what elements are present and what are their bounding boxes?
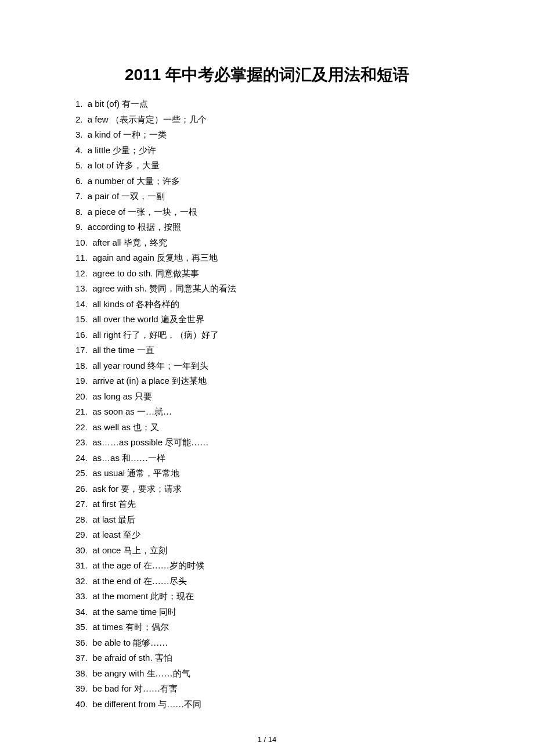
item-english: a kind of xyxy=(85,129,123,139)
item-chinese: 一张，一块，一根 xyxy=(128,207,197,217)
item-english: all right xyxy=(90,330,123,340)
list-item: 9. according to 根据，按照 xyxy=(75,219,459,235)
item-chinese: 能够…… xyxy=(133,638,168,647)
item-english: as soon as xyxy=(90,406,137,416)
list-item: 33. at the moment 此时；现在 xyxy=(75,589,459,604)
item-english: be different from xyxy=(90,699,158,709)
item-number: 23. xyxy=(75,437,88,447)
item-chinese: 一种；一类 xyxy=(123,130,167,139)
item-english: as usual xyxy=(90,468,127,478)
item-number: 37. xyxy=(75,653,88,663)
item-number: 34. xyxy=(75,607,88,617)
item-english: be bad for xyxy=(90,683,134,693)
list-item: 20. as long as 只要 xyxy=(75,389,459,405)
list-item: 31. at the age of 在……岁的时候 xyxy=(75,558,459,574)
item-chinese: 毕竟，终究 xyxy=(124,238,167,247)
item-english: agree with sh. xyxy=(90,283,149,293)
item-chinese: 遍及全世界 xyxy=(161,315,204,324)
item-chinese: 各种各样的 xyxy=(136,300,179,309)
item-number: 19. xyxy=(75,376,88,386)
item-number: 1. xyxy=(75,99,83,109)
item-number: 39. xyxy=(75,683,88,693)
item-number: 2. xyxy=(75,114,83,124)
item-chinese: 要，要求；请求 xyxy=(121,484,182,494)
item-chinese: 许多，大量 xyxy=(116,161,160,170)
item-number: 22. xyxy=(75,422,88,432)
item-chinese: 同意做某事 xyxy=(156,269,199,278)
list-item: 22. as well as 也；又 xyxy=(75,420,459,435)
item-chinese: 同时 xyxy=(159,607,176,617)
item-english: agree to do sth. xyxy=(90,268,156,278)
item-english: as…as xyxy=(90,453,122,463)
item-number: 32. xyxy=(75,576,88,586)
item-number: 18. xyxy=(75,361,88,370)
item-chinese: 赞同，同意某人的看法 xyxy=(149,284,236,293)
item-english: all year round xyxy=(90,361,147,370)
list-item: 14. all kinds of 各种各样的 xyxy=(75,297,459,312)
item-english: all the time xyxy=(90,345,137,355)
item-number: 33. xyxy=(75,591,88,601)
item-chinese: 少量；少许 xyxy=(113,146,156,155)
item-english: be angry with xyxy=(90,668,147,678)
item-number: 8. xyxy=(75,207,83,217)
item-number: 35. xyxy=(75,622,88,632)
item-number: 10. xyxy=(75,237,88,247)
list-item: 27. at first 首先 xyxy=(75,496,459,512)
item-number: 30. xyxy=(75,545,88,555)
item-chinese: 马上，立刻 xyxy=(124,546,167,555)
item-chinese: 首先 xyxy=(118,499,136,509)
item-english: a little xyxy=(85,145,113,155)
list-item: 2. a few （表示肯定）一些；几个 xyxy=(75,112,459,128)
item-english: at once xyxy=(90,545,124,555)
item-english: as well as xyxy=(90,422,133,432)
item-number: 31. xyxy=(75,560,88,570)
list-item: 21. as soon as 一…就… xyxy=(75,404,459,420)
list-item: 17. all the time 一直 xyxy=(75,343,459,358)
item-english: according to xyxy=(85,222,138,232)
item-chinese: 只要 xyxy=(135,392,152,401)
item-number: 13. xyxy=(75,283,88,293)
item-english: after all xyxy=(90,237,124,247)
item-chinese: 根据，按照 xyxy=(138,222,181,232)
item-number: 27. xyxy=(75,499,88,509)
item-number: 26. xyxy=(75,484,88,494)
item-number: 36. xyxy=(75,638,88,647)
item-chinese: 此时；现在 xyxy=(150,592,194,601)
item-number: 4. xyxy=(75,145,83,155)
item-english: at the age of xyxy=(90,560,143,570)
item-number: 21. xyxy=(75,406,88,416)
item-number: 9. xyxy=(75,222,83,232)
item-english: a pair of xyxy=(85,191,122,201)
item-chinese: 在……尽头 xyxy=(143,577,187,586)
list-item: 24. as…as 和……一样 xyxy=(75,451,459,466)
item-number: 6. xyxy=(75,176,83,186)
item-english: as……as possible xyxy=(90,437,165,447)
vocabulary-list: 1. a bit (of) 有一点2. a few （表示肯定）一些；几个3. … xyxy=(75,96,459,712)
list-item: 1. a bit (of) 有一点 xyxy=(75,96,459,112)
item-number: 40. xyxy=(75,699,88,709)
item-english: a few xyxy=(85,114,111,124)
list-item: 3. a kind of 一种；一类 xyxy=(75,127,459,143)
page-title: 2011 年中考必掌握的词汇及用法和短语 xyxy=(75,64,459,86)
list-item: 6. a number of 大量；许多 xyxy=(75,174,459,189)
list-item: 7. a pair of 一双，一副 xyxy=(75,189,459,204)
item-chinese: 终年；一年到头 xyxy=(147,361,208,370)
list-item: 39. be bad for 对……有害 xyxy=(75,681,459,697)
item-number: 29. xyxy=(75,530,88,539)
list-item: 18. all year round 终年；一年到头 xyxy=(75,358,459,374)
list-item: 29. at least 至少 xyxy=(75,527,459,543)
item-number: 25. xyxy=(75,468,88,478)
item-english: at the moment xyxy=(90,591,150,601)
list-item: 35. at times 有时；偶尔 xyxy=(75,620,459,635)
item-chinese: （表示肯定）一些；几个 xyxy=(111,115,207,124)
list-item: 32. at the end of 在……尽头 xyxy=(75,574,459,589)
item-number: 7. xyxy=(75,191,83,201)
item-english: all over the world xyxy=(90,314,161,324)
list-item: 19. arrive at (in) a place 到达某地 xyxy=(75,373,459,389)
item-chinese: 至少 xyxy=(123,530,140,539)
list-item: 30. at once 马上，立刻 xyxy=(75,543,459,559)
item-english: a number of xyxy=(85,176,136,186)
item-chinese: 大量；许多 xyxy=(136,177,180,186)
item-english: a piece of xyxy=(85,207,128,217)
item-english: at times xyxy=(90,622,125,632)
